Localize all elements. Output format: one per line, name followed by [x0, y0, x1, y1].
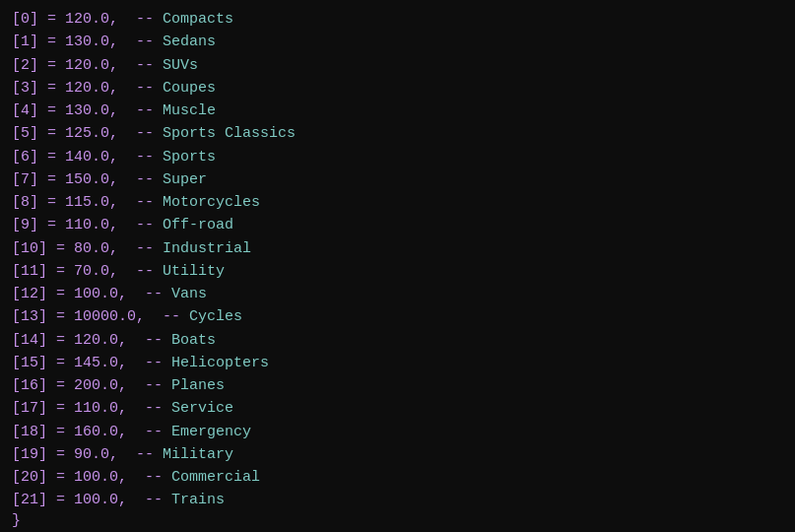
- item-value: 200.0,: [74, 374, 127, 397]
- item-label: Motorcycles: [163, 191, 260, 214]
- equals-sign: =: [38, 31, 65, 53]
- item-index: [0]: [12, 8, 38, 31]
- separator: --: [118, 443, 163, 466]
- equals-sign: =: [38, 122, 65, 145]
- closing-brace-line: }: [12, 512, 783, 529]
- equals-sign: =: [38, 168, 65, 191]
- item-value: 110.0,: [65, 214, 118, 236]
- list-item: [19] = 90.0, -- Military: [12, 443, 783, 466]
- list-item: [11] = 70.0, -- Utility: [12, 260, 783, 283]
- equals-sign: =: [47, 260, 74, 283]
- item-value: 10000.0,: [74, 305, 145, 328]
- list-item: [3] = 120.0, -- Coupes: [12, 77, 783, 100]
- list-item: [4] = 130.0, -- Muscle: [12, 100, 783, 122]
- equals-sign: =: [47, 397, 74, 420]
- item-value: 120.0,: [65, 77, 118, 100]
- item-index: [2]: [12, 54, 38, 77]
- list-item: [1] = 130.0, -- Sedans: [12, 31, 783, 53]
- item-label: Industrial: [163, 237, 251, 260]
- item-label: Sports Classics: [163, 122, 296, 145]
- equals-sign: =: [38, 146, 65, 168]
- item-value: 115.0,: [65, 191, 118, 214]
- item-value: 100.0,: [74, 489, 127, 511]
- list-item: [10] = 80.0, -- Industrial: [12, 237, 783, 260]
- item-label: Boats: [171, 329, 216, 352]
- separator: --: [127, 421, 171, 443]
- equals-sign: =: [47, 466, 74, 489]
- item-index: [14]: [12, 329, 47, 352]
- item-value: 120.0,: [65, 8, 118, 31]
- code-block: [0] = 120.0, -- Compacts[1] = 130.0, -- …: [12, 8, 783, 512]
- item-value: 125.0,: [65, 122, 118, 145]
- item-value: 100.0,: [74, 283, 127, 305]
- separator: --: [118, 237, 163, 260]
- item-index: [5]: [12, 122, 38, 145]
- item-index: [13]: [12, 305, 47, 328]
- item-value: 130.0,: [65, 100, 118, 122]
- separator: --: [118, 214, 163, 236]
- item-label: Coupes: [163, 77, 216, 100]
- item-value: 110.0,: [74, 397, 127, 420]
- equals-sign: =: [47, 489, 74, 511]
- list-item: [9] = 110.0, -- Off-road: [12, 214, 783, 236]
- separator: --: [118, 168, 163, 191]
- list-item: [17] = 110.0, -- Service: [12, 397, 783, 420]
- item-index: [3]: [12, 77, 38, 100]
- separator: --: [127, 329, 171, 352]
- separator: --: [145, 305, 189, 328]
- list-item: [20] = 100.0, -- Commercial: [12, 466, 783, 489]
- item-index: [15]: [12, 352, 47, 374]
- equals-sign: =: [47, 374, 74, 397]
- item-value: 120.0,: [74, 329, 127, 352]
- item-label: Compacts: [163, 8, 233, 31]
- list-item: [8] = 115.0, -- Motorcycles: [12, 191, 783, 214]
- item-index: [4]: [12, 100, 38, 122]
- item-index: [21]: [12, 489, 47, 511]
- item-label: Vans: [171, 283, 207, 305]
- separator: --: [118, 31, 163, 53]
- list-item: [21] = 100.0, -- Trains: [12, 489, 783, 511]
- item-index: [10]: [12, 237, 47, 260]
- list-item: [2] = 120.0, -- SUVs: [12, 54, 783, 77]
- item-label: Off-road: [163, 214, 233, 236]
- item-value: 145.0,: [74, 352, 127, 374]
- separator: --: [127, 352, 171, 374]
- item-label: Muscle: [163, 100, 216, 122]
- list-item: [0] = 120.0, -- Compacts: [12, 8, 783, 31]
- item-label: SUVs: [163, 54, 198, 77]
- item-label: Sports: [163, 146, 216, 168]
- item-value: 160.0,: [74, 421, 127, 443]
- separator: --: [127, 489, 171, 511]
- item-index: [8]: [12, 191, 38, 214]
- closing-brace: }: [12, 512, 21, 529]
- item-index: [16]: [12, 374, 47, 397]
- list-item: [18] = 160.0, -- Emergency: [12, 421, 783, 443]
- item-label: Super: [163, 168, 207, 191]
- equals-sign: =: [47, 352, 74, 374]
- item-value: 70.0,: [74, 260, 118, 283]
- equals-sign: =: [38, 100, 65, 122]
- item-value: 140.0,: [65, 146, 118, 168]
- item-label: Service: [171, 397, 233, 420]
- item-label: Helicopters: [171, 352, 269, 374]
- item-index: [7]: [12, 168, 38, 191]
- item-value: 120.0,: [65, 54, 118, 77]
- item-index: [9]: [12, 214, 38, 236]
- equals-sign: =: [47, 443, 74, 466]
- list-item: [6] = 140.0, -- Sports: [12, 146, 783, 168]
- list-item: [16] = 200.0, -- Planes: [12, 374, 783, 397]
- list-item: [14] = 120.0, -- Boats: [12, 329, 783, 352]
- item-value: 150.0,: [65, 168, 118, 191]
- equals-sign: =: [38, 77, 65, 100]
- item-value: 90.0,: [74, 443, 118, 466]
- separator: --: [127, 466, 171, 489]
- list-item: [15] = 145.0, -- Helicopters: [12, 352, 783, 374]
- item-value: 130.0,: [65, 31, 118, 53]
- separator: --: [118, 260, 163, 283]
- separator: --: [118, 191, 163, 214]
- separator: --: [127, 397, 171, 420]
- item-index: [18]: [12, 421, 47, 443]
- separator: --: [118, 54, 163, 77]
- item-label: Emergency: [171, 421, 251, 443]
- separator: --: [127, 374, 171, 397]
